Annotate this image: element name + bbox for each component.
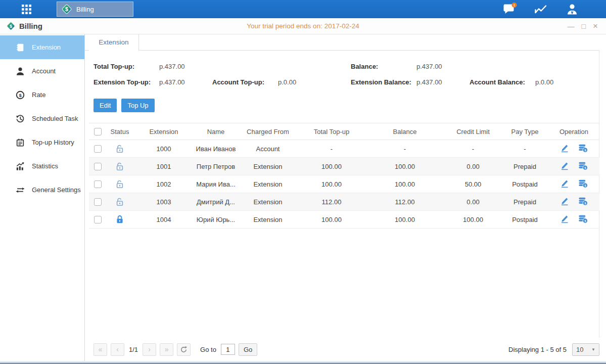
edit-extension-button[interactable] <box>560 196 570 206</box>
cell-balance: 100.00 <box>365 158 445 175</box>
cell-extension: 1002 <box>133 175 194 193</box>
cell-name: Иван Иванов <box>194 140 238 158</box>
displaying-text: Displaying 1 - 5 of 5 <box>508 346 567 353</box>
cell-total-topup: 100.00 <box>298 175 365 193</box>
cell-extension: 1004 <box>133 211 194 229</box>
window-controls: — □ × <box>568 22 598 30</box>
col-name: Name <box>194 123 238 140</box>
sidebar-item-label: Account <box>32 67 56 75</box>
notifications-button[interactable]: ! <box>501 2 520 17</box>
minimize-icon[interactable]: — <box>568 23 575 30</box>
next-page-button[interactable]: › <box>143 343 156 356</box>
scheduled-task-icon <box>15 114 25 124</box>
apps-grid-icon <box>22 5 31 14</box>
edit-button[interactable]: Edit <box>94 99 117 112</box>
rate-icon: $ <box>15 90 25 100</box>
summary-topup-column: Total Top-up: p.437.00 Extension Top-up:… <box>94 59 351 90</box>
page-size-value: 10 <box>576 346 583 353</box>
cell-charged-from: Extension <box>238 158 298 175</box>
cell-charged-from: Extension <box>238 211 298 229</box>
sidebar: Extension Account $ Rate Scheduled Task <box>0 34 85 361</box>
row-checkbox[interactable] <box>94 163 102 170</box>
cell-name: Юрий Юрь... <box>194 211 238 229</box>
go-button[interactable]: Go <box>239 343 257 356</box>
edit-extension-button[interactable] <box>560 214 570 224</box>
refresh-icon <box>180 346 188 353</box>
sidebar-item-extension[interactable]: Extension <box>0 35 84 59</box>
topup-extension-button[interactable] <box>578 178 588 189</box>
top-up-button[interactable]: Top Up <box>121 99 154 112</box>
row-checkbox[interactable] <box>94 180 102 188</box>
extension-balance-value: p.437.00 <box>416 78 470 86</box>
first-page-button[interactable]: « <box>94 343 107 356</box>
table-header-row: Status Extension Name Charged From Total… <box>89 123 599 140</box>
body-row: Extension Account $ Rate Scheduled Task <box>0 34 606 361</box>
window-bottom-edge <box>0 361 606 364</box>
statistics-icon <box>15 161 25 171</box>
last-page-button[interactable]: » <box>160 343 173 356</box>
extension-table: Status Extension Name Charged From Total… <box>89 123 599 229</box>
sidebar-item-scheduled-task[interactable]: Scheduled Task <box>0 107 84 130</box>
edit-extension-button[interactable] <box>560 178 570 189</box>
extension-balance-label: Extension Balance: <box>351 78 416 86</box>
trial-notice: Your trial period ends on: 2017-02-24 <box>247 22 359 30</box>
unlocked-icon <box>115 179 125 189</box>
locked-icon <box>115 214 125 224</box>
unlocked-icon <box>115 161 125 171</box>
cell-credit-limit: 50.00 <box>445 175 501 193</box>
sidebar-item-account[interactable]: Account <box>0 59 84 83</box>
refresh-button[interactable] <box>177 343 191 356</box>
topbar-tab-label: Billing <box>76 6 94 13</box>
table-row: 1000 Иван Иванов Account - - - - <box>89 140 599 158</box>
topbar-tab-billing[interactable]: Billing <box>57 2 133 17</box>
unlocked-icon <box>115 197 125 207</box>
prev-page-button[interactable]: ‹ <box>111 343 124 356</box>
general-settings-icon <box>15 185 25 195</box>
statistics-button[interactable] <box>532 2 551 17</box>
cell-pay-type: Prepaid <box>501 158 548 175</box>
row-checkbox[interactable] <box>94 198 102 206</box>
topup-extension-button[interactable] <box>578 214 588 224</box>
topup-extension-button[interactable] <box>578 143 588 153</box>
topup-extension-button[interactable] <box>578 161 588 171</box>
row-checkbox[interactable] <box>94 216 102 223</box>
col-operation: Operation <box>548 123 599 140</box>
user-button[interactable] <box>563 2 582 17</box>
account-topup-value: p.0.00 <box>278 78 331 86</box>
cell-total-topup: - <box>298 140 365 158</box>
cell-balance: - <box>365 140 445 158</box>
tab-extension[interactable]: Extension <box>89 34 139 51</box>
maximize-icon[interactable]: □ <box>582 23 586 30</box>
cell-name: Дмитрий Д... <box>194 193 238 211</box>
close-icon[interactable]: × <box>593 22 598 30</box>
apps-grid-button[interactable] <box>19 2 34 17</box>
col-balance: Balance <box>365 123 445 140</box>
cell-pay-type: Prepaid <box>501 193 548 211</box>
select-all-checkbox[interactable] <box>94 128 102 135</box>
account-topup-label: Account Top-up: <box>212 78 278 86</box>
page-size-dropdown[interactable]: 10 ▼ <box>572 343 599 356</box>
row-checkbox[interactable] <box>94 145 102 153</box>
sidebar-item-general-settings[interactable]: General Settings <box>0 178 84 202</box>
total-topup-value: p.437.00 <box>159 63 212 70</box>
extension-icon <box>15 42 25 53</box>
cell-total-topup: 100.00 <box>298 158 365 175</box>
edit-extension-button[interactable] <box>560 161 570 171</box>
edit-extension-button[interactable] <box>560 143 570 153</box>
titlebar: Billing Your trial period ends on: 2017-… <box>0 18 606 34</box>
sidebar-item-rate[interactable]: $ Rate <box>0 83 84 107</box>
cell-balance: 112.00 <box>365 193 445 211</box>
billing-app-icon <box>61 4 72 15</box>
topbar: Billing ! <box>0 0 606 18</box>
sidebar-item-label: Statistics <box>32 162 58 170</box>
sidebar-item-topup-history[interactable]: Top-up History <box>0 130 84 154</box>
sidebar-item-label: Rate <box>32 91 45 99</box>
summary-balance-column: Balance: p.437.00 Extension Balance: p.4… <box>351 59 599 90</box>
goto-page-input[interactable] <box>221 344 235 355</box>
topup-extension-button[interactable] <box>578 196 588 206</box>
total-topup-label: Total Top-up: <box>94 63 159 70</box>
balance-label: Balance: <box>351 63 416 70</box>
sidebar-item-statistics[interactable]: Statistics <box>0 154 84 178</box>
line-chart-icon <box>535 4 548 14</box>
cell-credit-limit: 0.00 <box>445 158 501 175</box>
